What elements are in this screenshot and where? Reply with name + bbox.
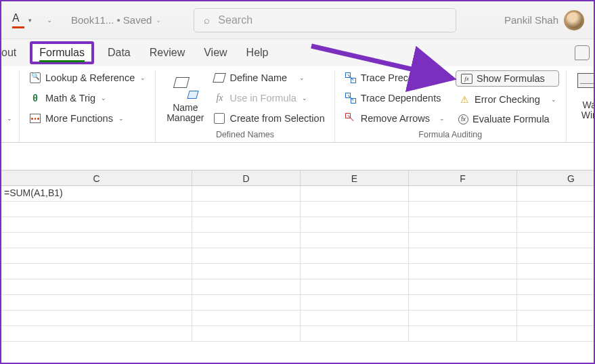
chevron-down-icon: ⌄	[299, 74, 305, 81]
cell-d1[interactable]	[192, 186, 301, 201]
cell[interactable]	[301, 217, 409, 232]
cell[interactable]	[1, 295, 192, 310]
cell[interactable]	[192, 202, 301, 217]
cell[interactable]	[409, 202, 517, 217]
cell[interactable]	[1, 279, 192, 294]
cell[interactable]	[517, 311, 595, 325]
column-header-c[interactable]: C	[1, 170, 192, 185]
tab-data[interactable]: Data	[98, 41, 140, 64]
more-functions-icon	[29, 112, 41, 124]
cell-c1[interactable]: =SUM(A1,B1)	[1, 186, 192, 201]
cell[interactable]	[1, 233, 192, 248]
watch-window-button[interactable]: Wa Win	[573, 70, 595, 137]
use-in-formula-label: Use in Formula	[229, 93, 296, 104]
cell-g1[interactable]	[517, 186, 595, 201]
cell[interactable]	[517, 279, 595, 294]
cell[interactable]	[1, 202, 192, 217]
tab-help[interactable]: Help	[237, 41, 278, 64]
trace-dependents-button[interactable]: Trace Dependents	[342, 91, 447, 106]
cell[interactable]	[301, 279, 409, 294]
cell[interactable]	[192, 311, 301, 325]
cell[interactable]	[192, 233, 301, 248]
defined-names-group-label: Defined Names	[156, 130, 334, 139]
table-row	[1, 233, 594, 248]
ribbon-overflow-dropdown[interactable]: ⌄	[3, 114, 15, 123]
font-color-button[interactable]: A	[12, 12, 26, 28]
chevron-down-icon: ⌄	[140, 74, 146, 81]
username-label[interactable]: Pankil Shah	[504, 14, 558, 26]
define-name-icon	[213, 72, 225, 84]
remove-arrows-button[interactable]: Remove Arrows ⌄	[342, 111, 447, 126]
tab-formulas[interactable]: Formulas	[39, 47, 85, 62]
cell[interactable]	[517, 295, 595, 310]
column-header-d[interactable]: D	[192, 170, 301, 185]
cell[interactable]	[301, 233, 409, 248]
cell[interactable]	[192, 295, 301, 310]
comments-area	[575, 45, 594, 60]
cell[interactable]	[301, 311, 409, 325]
cell[interactable]	[409, 217, 517, 232]
cell[interactable]	[517, 217, 595, 232]
column-header-g[interactable]: G	[517, 170, 595, 185]
cell[interactable]	[192, 326, 301, 341]
cell[interactable]	[301, 202, 409, 217]
cell-f1[interactable]	[409, 186, 517, 201]
cell[interactable]	[517, 233, 595, 248]
tab-review[interactable]: Review	[140, 41, 194, 64]
cell[interactable]	[409, 264, 517, 279]
comments-icon[interactable]	[575, 45, 590, 60]
math-trig-button[interactable]: θ Math & Trig ⌄	[26, 91, 148, 106]
cell[interactable]	[1, 326, 192, 341]
cell[interactable]	[409, 279, 517, 294]
cell[interactable]	[192, 248, 301, 263]
cell[interactable]	[409, 311, 517, 325]
trace-dependents-label: Trace Dependents	[361, 93, 441, 104]
define-name-button[interactable]: Define Name ⌄	[211, 70, 327, 85]
cell[interactable]	[301, 326, 409, 341]
column-header-f[interactable]: F	[409, 170, 517, 185]
show-formulas-button[interactable]: fx Show Formulas	[456, 70, 559, 87]
cell[interactable]	[1, 264, 192, 279]
cell[interactable]	[517, 264, 595, 279]
cell[interactable]	[1, 311, 192, 325]
cell[interactable]	[1, 248, 192, 263]
cell-e1[interactable]	[301, 186, 409, 201]
cell[interactable]	[1, 217, 192, 232]
evaluate-formula-button[interactable]: fx Evaluate Formula	[456, 112, 559, 126]
qat-dropdown-icon[interactable]: ⌄	[47, 16, 52, 24]
cell[interactable]	[517, 202, 595, 217]
name-manager-icon	[173, 76, 198, 100]
error-checking-button[interactable]: ⚠ Error Checking ⌄	[456, 92, 559, 107]
tab-layout-cut[interactable]: out	[1, 41, 26, 64]
cell[interactable]	[409, 233, 517, 248]
cell[interactable]	[409, 326, 517, 341]
search-box[interactable]: ⌕ Search	[194, 8, 456, 32]
saved-dropdown-icon[interactable]: ⌄	[156, 16, 161, 24]
cell[interactable]	[409, 248, 517, 263]
cell[interactable]	[517, 326, 595, 341]
font-color-dropdown-icon[interactable]: ▾	[28, 17, 32, 24]
cell[interactable]	[192, 279, 301, 294]
cell[interactable]	[301, 248, 409, 263]
filename-label[interactable]: Book11...	[71, 14, 114, 26]
table-row: =SUM(A1,B1)	[1, 186, 594, 202]
watch-window-label-1: Wa	[583, 99, 596, 110]
lookup-reference-button[interactable]: Lookup & Reference ⌄	[26, 70, 148, 85]
cell[interactable]	[192, 217, 301, 232]
cell[interactable]	[192, 264, 301, 279]
user-avatar[interactable]	[564, 10, 584, 30]
column-header-e[interactable]: E	[301, 170, 409, 185]
tab-view[interactable]: View	[194, 41, 236, 64]
cell[interactable]	[409, 295, 517, 310]
trace-precedents-button[interactable]: Trace Precedents	[342, 70, 447, 85]
more-functions-button[interactable]: More Functions ⌄	[26, 111, 148, 126]
cell[interactable]	[301, 295, 409, 310]
trace-precedents-icon	[345, 72, 357, 84]
math-label: Math & Trig	[45, 93, 95, 104]
create-from-selection-button[interactable]: Create from Selection	[211, 111, 327, 126]
use-in-formula-button: fx Use in Formula ⌄	[211, 91, 327, 106]
cell[interactable]	[301, 264, 409, 279]
cell[interactable]	[517, 248, 595, 263]
more-functions-label: More Functions	[45, 113, 113, 124]
define-name-label: Define Name	[229, 72, 287, 83]
